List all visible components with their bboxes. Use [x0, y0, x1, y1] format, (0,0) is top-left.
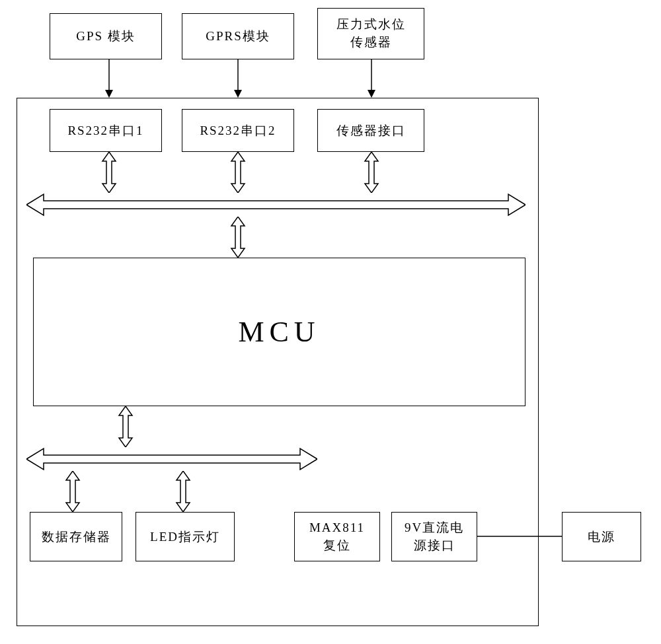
max811-label-2: 复位 [323, 537, 351, 555]
svg-marker-1 [105, 90, 113, 98]
arrow-gprs-down [231, 59, 245, 98]
arrow-bus-mcu [229, 217, 247, 258]
max811-reset-block: MAX811 复位 [294, 512, 380, 561]
gps-module-label: GPS 模块 [76, 28, 136, 45]
pressure-sensor-label-2: 传感器 [350, 34, 392, 52]
arrow-sensor-if-bus [362, 152, 381, 193]
pressure-sensor-label-1: 压力式水位 [336, 16, 406, 34]
svg-marker-9 [26, 194, 525, 215]
arrow-rs232-1-bus [100, 152, 118, 193]
rs232-2-label: RS232串口2 [200, 122, 276, 139]
gprs-module-block: GPRS模块 [182, 13, 294, 59]
svg-marker-14 [176, 471, 190, 512]
power-label: 电源 [588, 528, 615, 546]
sensor-interface-label: 传感器接口 [336, 122, 406, 139]
power-block: 电源 [562, 512, 641, 561]
gprs-module-label: GPRS模块 [206, 28, 270, 45]
data-storage-label: 数据存储器 [42, 528, 111, 546]
dc-power-label-1: 9V直流电 [405, 519, 464, 537]
dc-power-label-2: 源接口 [414, 537, 455, 555]
led-indicator-block: LED指示灯 [136, 512, 235, 561]
mcu-label: MCU [238, 315, 320, 349]
svg-marker-7 [231, 152, 245, 193]
led-indicator-label: LED指示灯 [150, 528, 220, 546]
svg-marker-10 [231, 217, 245, 258]
svg-marker-12 [26, 448, 317, 470]
arrow-rs232-2-bus [229, 152, 247, 193]
rs232-1-block: RS232串口1 [50, 109, 162, 152]
svg-marker-8 [365, 152, 378, 193]
arrow-sensor-down [365, 59, 378, 98]
arrow-bus-storage [63, 471, 82, 512]
svg-marker-5 [368, 90, 375, 98]
arrow-mcu-lower-bus [116, 406, 135, 447]
pressure-sensor-block: 压力式水位 传感器 [317, 8, 424, 59]
data-storage-block: 数据存储器 [30, 512, 122, 561]
arrow-bus-led [174, 471, 192, 512]
sensor-interface-block: 传感器接口 [317, 109, 424, 152]
mcu-block: MCU [33, 258, 525, 406]
rs232-2-block: RS232串口2 [182, 109, 294, 152]
lower-bus-arrow [26, 447, 317, 471]
svg-marker-11 [119, 406, 132, 447]
svg-marker-6 [102, 152, 116, 193]
rs232-1-label: RS232串口1 [67, 122, 143, 139]
upper-bus-arrow [26, 193, 525, 217]
dc-power-interface-block: 9V直流电 源接口 [391, 512, 477, 561]
line-power-if-to-power [477, 535, 562, 538]
max811-label-1: MAX811 [309, 519, 365, 537]
svg-marker-13 [66, 471, 79, 512]
gps-module-block: GPS 模块 [50, 13, 162, 59]
svg-marker-3 [234, 90, 242, 98]
arrow-gps-down [102, 59, 116, 98]
